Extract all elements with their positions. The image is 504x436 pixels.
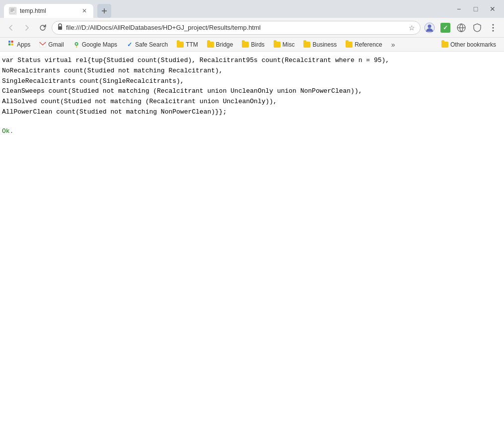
code-line: CleanSweeps count(Studied not matching (… xyxy=(2,86,502,97)
reference-folder-icon xyxy=(346,42,353,48)
bookmark-apps[interactable]: Apps xyxy=(4,39,34,50)
more-menu-button[interactable] xyxy=(486,21,500,35)
bookmark-google-maps[interactable]: Google Maps xyxy=(69,40,121,49)
bookmark-birds[interactable]: Birds xyxy=(238,40,268,49)
forward-button[interactable] xyxy=(20,21,34,35)
apps-icon xyxy=(8,40,15,49)
svg-rect-15 xyxy=(11,41,13,43)
svg-rect-14 xyxy=(8,41,10,43)
bookmark-misc-label: Misc xyxy=(283,41,295,48)
other-bookmarks-label: Other bookmarks xyxy=(450,41,496,48)
svg-point-19 xyxy=(75,43,77,45)
bookmark-safe-search-label: Safe Search xyxy=(135,41,168,48)
back-button[interactable] xyxy=(4,21,18,35)
code-line: var Status virtual rel{tup{Studied count… xyxy=(2,56,502,66)
code-line: AllSolved count(Studied not matching (Re… xyxy=(2,97,502,107)
bookmark-ttm-label: TTM xyxy=(186,41,198,48)
bookmark-maps-label: Google Maps xyxy=(82,41,117,48)
svg-rect-6 xyxy=(58,26,62,30)
tab-favicon xyxy=(9,7,17,15)
bookmarks-bar: Apps Gmail Google Maps ✓ Safe Search TTM xyxy=(0,38,504,52)
reload-button[interactable] xyxy=(36,21,50,35)
gmail-favicon xyxy=(39,41,46,48)
svg-rect-16 xyxy=(8,44,10,46)
lock-icon xyxy=(57,23,63,32)
bookmark-business[interactable]: Business xyxy=(299,40,341,49)
bookmark-misc[interactable]: Misc xyxy=(270,40,299,49)
bridge-folder-icon xyxy=(207,42,214,48)
extension-button[interactable]: ✓ xyxy=(438,21,452,35)
ttm-folder-icon xyxy=(177,42,184,48)
code-line: NoRecalcitrants count(Studied not matchi… xyxy=(2,66,502,76)
bookmark-reference-label: Reference xyxy=(355,41,382,48)
titlebar: temp.html ✕ − □ ✕ xyxy=(0,0,504,18)
new-tab-area xyxy=(93,4,115,18)
window-controls: − □ ✕ xyxy=(451,1,500,16)
bookmark-gmail-label: Gmail xyxy=(48,41,64,48)
bookmark-bridge[interactable]: Bridge xyxy=(203,40,237,49)
maximize-button[interactable]: □ xyxy=(468,1,483,16)
more-icon: » xyxy=(391,41,395,49)
tab-close-button[interactable]: ✕ xyxy=(80,7,88,15)
more-bookmarks-button[interactable]: » xyxy=(387,39,399,51)
misc-folder-icon xyxy=(274,42,281,48)
shield-button[interactable] xyxy=(470,21,484,35)
birds-folder-icon xyxy=(242,42,249,48)
new-tab-button[interactable] xyxy=(97,4,111,18)
code-block: var Status virtual rel{tup{Studied count… xyxy=(2,56,502,118)
bookmark-apps-label: Apps xyxy=(17,41,30,48)
bookmark-safe-search[interactable]: ✓ Safe Search xyxy=(122,40,172,49)
svg-point-12 xyxy=(493,27,494,28)
svg-rect-17 xyxy=(11,44,13,46)
bookmark-gmail[interactable]: Gmail xyxy=(35,40,68,49)
bookmark-reference[interactable]: Reference xyxy=(342,40,386,49)
address-input[interactable] xyxy=(66,24,406,31)
page-content: var Status virtual rel{tup{Studied count… xyxy=(0,52,504,436)
translate-button[interactable] xyxy=(454,21,468,35)
ok-text: Ok. xyxy=(2,127,502,135)
svg-point-8 xyxy=(428,24,432,28)
bookmark-business-label: Business xyxy=(312,41,337,48)
maps-favicon xyxy=(73,41,80,48)
svg-point-11 xyxy=(493,24,494,25)
account-button[interactable] xyxy=(423,21,436,35)
close-button[interactable]: ✕ xyxy=(485,1,500,16)
bookmark-ttm[interactable]: TTM xyxy=(173,40,202,49)
code-line: AllPowerClean count(Studied not matching… xyxy=(2,107,502,118)
other-bookmarks-folder-icon xyxy=(441,42,448,48)
other-bookmarks: Other bookmarks xyxy=(437,40,500,49)
tab-area: temp.html ✕ xyxy=(4,0,451,18)
safe-search-favicon: ✓ xyxy=(126,41,133,48)
business-folder-icon xyxy=(303,42,310,48)
address-bar-container: ☆ xyxy=(52,21,421,35)
bookmark-bridge-label: Bridge xyxy=(216,41,233,48)
tab-title: temp.html xyxy=(20,7,77,14)
bookmark-star-icon[interactable]: ☆ xyxy=(409,24,415,32)
other-bookmarks-item[interactable]: Other bookmarks xyxy=(437,40,500,49)
active-tab[interactable]: temp.html ✕ xyxy=(4,4,93,18)
extension-icon: ✓ xyxy=(440,23,450,33)
svg-point-13 xyxy=(493,30,494,31)
bookmark-birds-label: Birds xyxy=(251,41,264,48)
code-line: SingleRecalcitrants count(SingleRecalcit… xyxy=(2,76,502,87)
minimize-button[interactable]: − xyxy=(451,1,466,16)
toolbar: ☆ ✓ xyxy=(0,18,504,38)
